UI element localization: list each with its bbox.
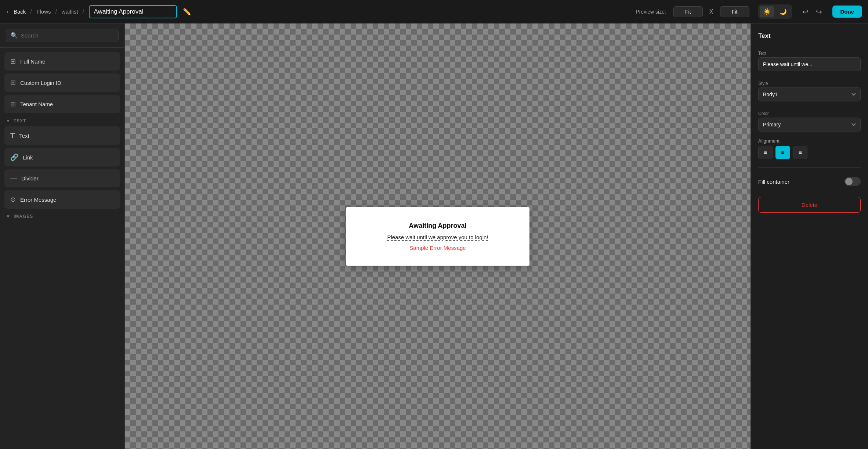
section-images-header[interactable]: ▼ IMAGES [0,210,124,220]
breadcrumb-flows[interactable]: Flows [36,8,51,15]
theme-toggle: ☀️ 🌙 [758,4,792,19]
align-right-button[interactable]: ≡ [793,146,807,159]
alignment-label: Alignment [758,138,861,144]
text-icon: T [10,132,15,140]
dark-theme-button[interactable]: 🌙 [776,6,791,17]
back-button[interactable]: ← Back [6,8,26,15]
divider-label: Divider [21,175,39,182]
tenantname-icon: ⊞ [10,100,16,108]
light-theme-button[interactable]: ☀️ [760,6,774,17]
done-button[interactable]: Done [832,6,862,18]
back-arrow-icon: ← [6,8,11,15]
sidebar-item-errormessage[interactable]: ⊙ Error Message [4,190,120,209]
sidebar-item-fullname[interactable]: ⊞ Full Name [4,52,120,71]
preview-label: Preview size: [636,9,666,15]
header: ← Back / Flows / waitlist / ✏️ Preview s… [0,0,868,24]
align-center-icon: ≡ [781,149,784,156]
search-bar: 🔍 [6,29,119,42]
canvas-title: Awaiting Approval [409,222,466,230]
edit-icon[interactable]: ✏️ [183,8,191,16]
preview-x-sep: X [709,8,713,15]
text-label: Text [19,133,29,139]
text-field-group: Text [758,48,861,71]
canvas-area[interactable]: Awaiting Approval Please wait until we a… [125,24,751,449]
tenantname-label: Tenant Name [20,101,53,107]
fill-container-row: Fill container [758,176,861,187]
align-right-icon: ≡ [799,149,802,156]
canvas-subtitle[interactable]: Please wait until we approve you to logi… [387,234,488,240]
customloginid-label: Custom Login ID [20,80,61,86]
images-section-chevron: ▼ [6,214,11,219]
sidebar-item-customloginid[interactable]: ⊞ Custom Login ID [4,73,120,92]
section-text-header[interactable]: ▼ TEXT [0,115,124,125]
style-select[interactable]: Body1 Body2 Heading1 [758,87,861,101]
sidebar-divider-top [0,47,124,48]
alignment-buttons: ≡ ≡ ≡ [758,146,861,159]
left-sidebar: 🔍 ⊞ Full Name ⊞ Custom Login ID ⊞ Tenant… [0,24,125,449]
toggle-knob [845,178,853,185]
divider-icon: — [10,175,17,182]
breadcrumb-waitlist[interactable]: waitlist [62,8,78,15]
customloginid-icon: ⊞ [10,79,16,87]
text-section-chevron: ▼ [6,118,11,123]
fill-label: Fill container [758,179,789,185]
sep-1: / [30,8,32,15]
style-field-group: Style Body1 Body2 Heading1 [758,78,861,101]
errormessage-label: Error Message [20,197,56,203]
delete-button[interactable]: Delete [758,197,861,213]
preview-width-input[interactable] [673,6,703,17]
text-field-label: Text [758,51,861,56]
images-section-label: IMAGES [14,214,33,219]
link-icon: 🔗 [10,153,18,161]
color-select[interactable]: Primary Secondary Error [758,118,861,132]
right-panel: Text Text Style Body1 Body2 Heading1 Col… [751,24,868,449]
sidebar-item-divider[interactable]: — Divider [4,169,120,187]
link-label: Link [23,154,33,161]
undo-button[interactable]: ↩ [799,6,811,18]
color-field-label: Color [758,111,861,116]
align-center-button[interactable]: ≡ [775,146,790,159]
main-layout: 🔍 ⊞ Full Name ⊞ Custom Login ID ⊞ Tenant… [0,24,868,449]
sidebar-item-link[interactable]: 🔗 Link [4,148,120,166]
back-label: Back [14,8,26,15]
panel-title: Text [758,32,861,40]
canvas-error: Sample Error Message [409,245,466,251]
redo-button[interactable]: ↪ [813,6,825,18]
search-input[interactable] [21,32,114,39]
style-field-label: Style [758,81,861,86]
alignment-section: Alignment ≡ ≡ ≡ [758,138,861,159]
text-value-input[interactable] [758,57,861,71]
page-title-input[interactable] [89,5,177,18]
sidebar-item-text[interactable]: T Text [4,126,120,145]
fullname-label: Full Name [20,58,45,65]
text-section-label: TEXT [14,118,26,123]
preview-height-input[interactable] [720,6,749,17]
search-icon: 🔍 [11,32,18,39]
align-left-icon: ≡ [764,149,767,156]
sep-3: / [83,8,84,15]
color-field-group: Color Primary Secondary Error [758,108,861,132]
sep-2: / [55,8,57,15]
errormessage-icon: ⊙ [10,195,16,204]
panel-divider [758,167,861,168]
canvas-card: Awaiting Approval Please wait until we a… [346,207,529,266]
fullname-icon: ⊞ [10,57,16,65]
sidebar-item-tenantname[interactable]: ⊞ Tenant Name [4,95,120,113]
align-left-button[interactable]: ≡ [758,146,773,159]
fill-toggle[interactable] [845,177,861,186]
undo-redo-group: ↩ ↪ [799,6,825,18]
